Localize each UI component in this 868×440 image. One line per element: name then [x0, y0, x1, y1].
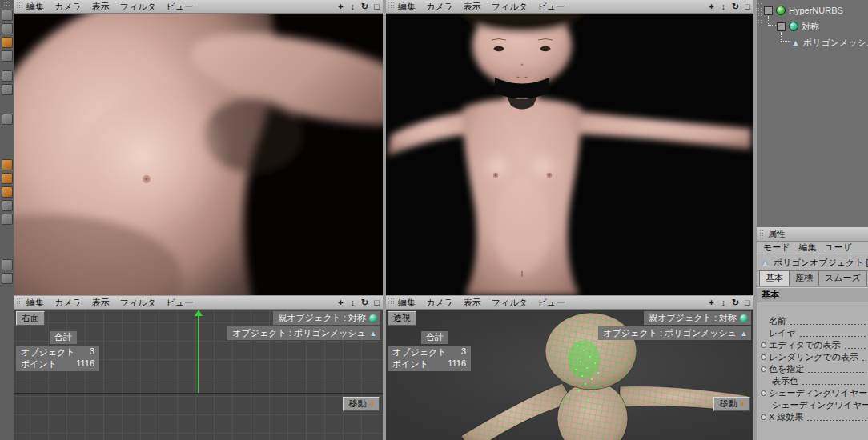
menu-display[interactable]: 表示: [92, 297, 110, 309]
menu-camera[interactable]: カメラ: [54, 1, 82, 13]
tree-item-label: 対称: [802, 21, 819, 33]
menu-filter[interactable]: フィルタ: [492, 1, 528, 13]
animatable-dot-icon[interactable]: [761, 342, 766, 348]
menu-filter[interactable]: フィルタ: [492, 297, 528, 309]
maximize-icon[interactable]: □: [741, 298, 753, 307]
toolbar-icon[interactable]: [2, 173, 13, 184]
menu-filter[interactable]: フィルタ: [120, 297, 156, 309]
perspective-view[interactable]: 透視 合計 オブジェクト3 ポイント1116 親オブジェクト : 対称 オブジェ…: [386, 310, 753, 440]
toolbar-icon[interactable]: [2, 214, 13, 225]
menu-display[interactable]: 表示: [92, 1, 110, 13]
tree-item-symmetry[interactable]: − 対称: [757, 19, 868, 34]
tree-item-polygon-mesh[interactable]: ▲ ポリゴンメッシュ: [757, 35, 868, 50]
menu-display[interactable]: 表示: [464, 297, 481, 309]
menu-edit[interactable]: 編集: [26, 1, 44, 13]
torso-render: [14, 14, 383, 295]
toolbar-icon[interactable]: [2, 37, 13, 48]
dolly-icon[interactable]: ↕: [717, 2, 729, 11]
render-view-front[interactable]: [386, 14, 753, 295]
rotate-icon[interactable]: ↻: [359, 298, 371, 308]
animatable-dot-icon[interactable]: [761, 390, 766, 396]
toolbar-icon[interactable]: [2, 114, 13, 125]
toolbar-icon[interactable]: [2, 70, 13, 82]
hud-total-label: 合計: [421, 331, 448, 344]
pan-icon[interactable]: +: [705, 2, 717, 11]
menu-grip[interactable]: [388, 2, 394, 11]
menu-view[interactable]: ビュー: [538, 297, 565, 309]
tab-smoothing[interactable]: スムーズ: [818, 270, 867, 286]
toolbar-icon[interactable]: [2, 10, 13, 21]
property-label: 色を指定: [769, 363, 804, 375]
menu-camera[interactable]: カメラ: [54, 297, 82, 309]
attributes-properties: 名前 レイヤ エディタでの表示 レンダリングでの表示 色を指定 表示色: [757, 302, 868, 440]
menu-display[interactable]: 表示: [464, 1, 481, 13]
rotate-icon[interactable]: ↻: [359, 2, 371, 12]
menu-grip[interactable]: [16, 298, 22, 307]
toolbar-icon[interactable]: [2, 50, 13, 62]
menu-camera[interactable]: カメラ: [426, 297, 453, 309]
tab-basic[interactable]: 基本: [759, 270, 790, 286]
symmetry-icon: [369, 314, 377, 322]
property-row: シェーディングワイヤーの色: [757, 399, 868, 411]
palette-grip[interactable]: [3, 2, 11, 7]
toolbar-icon[interactable]: [2, 259, 13, 270]
pan-icon[interactable]: +: [335, 298, 347, 307]
parent-object-tag[interactable]: 親オブジェクト : 対称: [273, 311, 380, 325]
menu-filter[interactable]: フィルタ: [120, 1, 156, 13]
property-label: シェーディングワイヤーの色: [772, 399, 868, 411]
menu-view[interactable]: ビュー: [538, 1, 565, 13]
menu-grip[interactable]: [388, 298, 394, 307]
menu-camera[interactable]: カメラ: [426, 1, 453, 13]
maximize-icon[interactable]: □: [741, 2, 753, 11]
animatable-dot-icon[interactable]: [761, 414, 766, 420]
menu-user[interactable]: ユーザ: [826, 242, 853, 254]
rotate-icon[interactable]: ↻: [729, 298, 741, 308]
collapse-icon[interactable]: −: [764, 6, 773, 15]
menu-mode[interactable]: モード: [763, 242, 790, 254]
dolly-icon[interactable]: ↕: [717, 298, 729, 307]
toolbar-icon[interactable]: [2, 23, 13, 34]
menu-edit[interactable]: 編集: [398, 1, 416, 13]
grid-view-right[interactable]: 右面 合計 オブジェクト3 ポイント1116 親オブジェクト : 対称 オブジェ…: [14, 310, 383, 440]
animatable-dot-icon[interactable]: [761, 354, 766, 360]
menu-view[interactable]: ビュー: [167, 1, 194, 13]
object-tag[interactable]: オブジェクト : ポリゴンメッシュ ▲: [227, 326, 380, 340]
render-view-closeup[interactable]: [14, 14, 383, 295]
object-tag[interactable]: オブジェクト : ポリゴンメッシュ ▲: [598, 326, 751, 340]
points-count: 1116: [76, 358, 94, 370]
tree-item-label: HyperNURBS: [789, 6, 843, 15]
menu-edit[interactable]: 編集: [799, 242, 817, 254]
rotate-icon[interactable]: ↻: [729, 2, 741, 12]
toolbar-icon[interactable]: [2, 200, 13, 211]
pan-icon[interactable]: +: [335, 2, 347, 11]
pan-icon[interactable]: +: [705, 298, 717, 307]
dolly-icon[interactable]: ↕: [347, 298, 359, 307]
toolbar-icon[interactable]: [2, 84, 13, 95]
parent-object-tag-label: 親オブジェクト : 対称: [278, 312, 366, 324]
panel-grip[interactable]: [759, 230, 764, 239]
animatable-dot-icon[interactable]: [761, 366, 766, 372]
maximize-icon[interactable]: □: [371, 298, 383, 307]
dotted-leader: [802, 383, 866, 386]
toolbar-icon[interactable]: [2, 159, 13, 170]
parent-object-tag[interactable]: 親オブジェクト : 対称: [644, 311, 751, 325]
property-label: 表示色: [772, 375, 798, 387]
maximize-icon[interactable]: □: [371, 2, 383, 11]
collapse-icon[interactable]: −: [777, 22, 786, 31]
tab-coordinates[interactable]: 座標: [789, 270, 819, 286]
dotted-leader: [844, 347, 866, 350]
move-tool-icon: +: [741, 399, 745, 409]
parent-object-tag-label: 親オブジェクト : 対称: [649, 312, 737, 324]
menu-edit[interactable]: 編集: [26, 297, 44, 309]
move-tool-icon: +: [370, 399, 375, 409]
object-tag-label: オブジェクト : ポリゴンメッシュ: [603, 327, 737, 339]
tree-item-hypernurbs[interactable]: − HyperNURBS: [757, 3, 868, 18]
toolbar-icon[interactable]: [2, 186, 13, 198]
menu-view[interactable]: ビュー: [167, 297, 194, 309]
menu-grip[interactable]: [16, 2, 22, 11]
menu-edit[interactable]: 編集: [398, 297, 416, 309]
dolly-icon[interactable]: ↕: [347, 2, 359, 11]
polygon-mesh-icon: ▲: [740, 330, 748, 338]
points-label: ポイント: [21, 358, 57, 370]
toolbar-icon[interactable]: [2, 273, 13, 284]
